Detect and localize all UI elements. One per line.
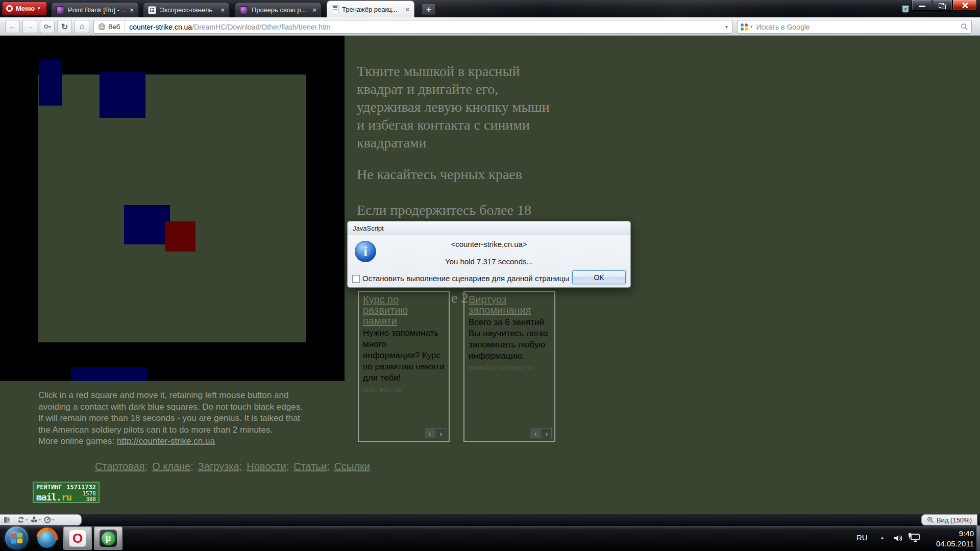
home-icon: ⌂ <box>80 22 85 31</box>
refresh-icon: ↻ <box>61 22 68 32</box>
close-window-button[interactable] <box>952 0 977 11</box>
trash-icon[interactable] <box>900 4 911 14</box>
ad-title-link[interactable]: Виртуоз запоминания <box>469 294 550 316</box>
forward-button[interactable]: → <box>22 20 37 33</box>
nav-link-links[interactable]: Ссылки <box>334 461 370 472</box>
tab-title: Экспресс-панель <box>160 6 217 14</box>
ok-button[interactable]: OK <box>572 270 626 284</box>
nav-link-download[interactable]: Загрузка <box>198 461 239 472</box>
nav-link-start[interactable]: Стартовая <box>95 461 145 472</box>
ad-next-button[interactable]: › <box>436 428 446 438</box>
more-games-link[interactable]: http://counter-strike.cn.ua <box>117 436 215 446</box>
ad-body: Всего за 6 занятий Вы научитесь легко за… <box>469 317 550 362</box>
taskbar-firefox-button[interactable] <box>33 527 61 550</box>
survive-text: Если продержитесь более 18 <box>357 202 531 218</box>
dialog-message: You hold 7.317 seconds... <box>348 257 630 266</box>
network-icon[interactable] <box>908 532 921 545</box>
minimize-button[interactable] <box>912 0 932 11</box>
separator: ; <box>190 461 193 472</box>
separator: ; <box>327 461 330 472</box>
show-desktop-button[interactable] <box>976 525 980 551</box>
close-icon[interactable]: × <box>312 6 316 14</box>
ad-next-button[interactable]: › <box>542 428 552 438</box>
dialog-titlebar: JavaScript <box>348 221 630 235</box>
url-dropdown-icon[interactable]: ▾ <box>721 24 732 30</box>
taskbar-utorrent-button[interactable]: µ <box>94 527 122 550</box>
unite-menu[interactable]: ▾ <box>31 516 41 523</box>
key-icon <box>43 22 52 31</box>
tray-expand-icon[interactable]: ▲ <box>880 535 885 540</box>
mailru-rating-badge[interactable]: РЕЙТИНГ 15711732 mail.ru 1578388 <box>33 482 100 503</box>
search-icon[interactable] <box>961 23 968 31</box>
tab-trainer-active[interactable]: Тренажёр реакц... × <box>327 1 414 17</box>
web-protocol-button[interactable]: Веб <box>94 20 125 33</box>
instructions-en: Click in a red square and move it, retai… <box>38 390 365 447</box>
ad-body: Нужно запоминать много информации? Курс … <box>363 328 445 384</box>
game-favicon <box>56 6 64 14</box>
tab-speed-dial[interactable]: Экспресс-панель × <box>143 2 230 17</box>
dialog-source: <counter-strike.cn.ua> <box>348 240 630 248</box>
tab-test-reaction[interactable]: Проверь свою р... × <box>235 2 322 17</box>
panels-toggle-icon[interactable] <box>4 516 11 523</box>
instructions-en-text: Click in a red square and move it, retai… <box>38 390 365 436</box>
address-bar: ← → ↻ ⌂ Веб counter-strike.cn.ua/DreamHC… <box>0 17 980 36</box>
red-game-square[interactable] <box>165 221 195 252</box>
close-icon[interactable]: × <box>405 6 409 13</box>
stop-scripts-label: Остановить выполнение сценариев для данн… <box>362 274 569 283</box>
separator: ; <box>239 461 242 472</box>
search-engine-dropdown-icon[interactable]: ▾ <box>750 24 753 29</box>
browser-window: Меню ▾ Point Blank [Ru] - ... × Экспресс… <box>0 0 980 551</box>
warning-text: Не касайтесь черных краев <box>357 166 522 183</box>
url-field[interactable]: Веб counter-strike.cn.ua/DreamHC/Downloa… <box>93 20 732 34</box>
opera-menu-button[interactable]: Меню ▾ <box>2 2 47 15</box>
separator: ; <box>145 461 148 472</box>
nav-link-articles[interactable]: Статьи <box>293 461 327 472</box>
ad-url: www.kursvirtuoz.ru <box>469 363 550 371</box>
badge-counters: 1578388 <box>83 491 96 502</box>
stop-scripts-checkbox[interactable] <box>352 275 360 283</box>
status-bar: ▾ ▾ ▾ <box>0 514 980 525</box>
speed-dial-grid-icon <box>148 6 156 14</box>
nav-link-news[interactable]: Новости <box>247 461 286 472</box>
clock[interactable]: 9:40 04.05.2011 <box>923 529 974 548</box>
tray-time: 9:40 <box>923 529 974 539</box>
close-icon[interactable]: × <box>220 6 225 14</box>
utorrent-icon: µ <box>100 530 117 547</box>
tab-title: Point Blank [Ru] - ... <box>68 6 126 14</box>
badge-label: РЕЙТИНГ <box>36 484 62 491</box>
refresh-button[interactable]: ↻ <box>57 20 72 33</box>
new-tab-button[interactable]: + <box>422 3 436 16</box>
zoom-control[interactable]: Вид (150%) <box>921 514 977 525</box>
opera-icon: O <box>69 530 86 547</box>
close-icon[interactable]: × <box>130 6 134 14</box>
ad-prev-button[interactable]: ‹ <box>530 428 541 438</box>
turbo-speedometer-icon <box>44 516 51 523</box>
instructions-ru: Ткните мышкой в красный квадрат и двигай… <box>357 62 592 152</box>
ad-title-link[interactable]: Курс по развитию памяти <box>363 294 445 327</box>
start-button[interactable] <box>5 527 28 549</box>
ad-block-memory-course: Курс по развитию памяти Нужно запоминать… <box>358 291 450 442</box>
restore-button[interactable] <box>932 0 952 11</box>
ad-prev-button[interactable]: ‹ <box>425 428 435 438</box>
tray-date: 04.05.2011 <box>923 539 974 548</box>
search-field[interactable]: ▾ <box>737 20 972 34</box>
unite-fan-icon <box>31 516 38 523</box>
sync-menu[interactable]: ▾ <box>17 516 28 523</box>
nav-link-clan[interactable]: О клане <box>152 461 190 472</box>
taskbar-opera-button[interactable]: O <box>63 527 92 550</box>
volume-icon[interactable] <box>892 533 903 545</box>
search-input[interactable] <box>755 22 958 32</box>
turbo-menu[interactable]: ▾ <box>44 516 54 523</box>
back-button[interactable]: ← <box>5 20 20 33</box>
language-indicator[interactable]: RU <box>856 533 868 542</box>
wand-button[interactable] <box>40 20 55 33</box>
zoom-icon <box>927 516 934 523</box>
game-field[interactable] <box>38 74 306 342</box>
tab-bar: Меню ▾ Point Blank [Ru] - ... × Экспресс… <box>0 0 980 17</box>
web-label: Веб <box>108 23 120 31</box>
home-button[interactable]: ⌂ <box>75 20 89 33</box>
chevron-down-icon: ▾ <box>38 6 40 11</box>
back-icon: ← <box>9 22 17 31</box>
forward-icon: → <box>26 22 34 31</box>
tab-point-blank[interactable]: Point Blank [Ru] - ... × <box>51 2 139 17</box>
